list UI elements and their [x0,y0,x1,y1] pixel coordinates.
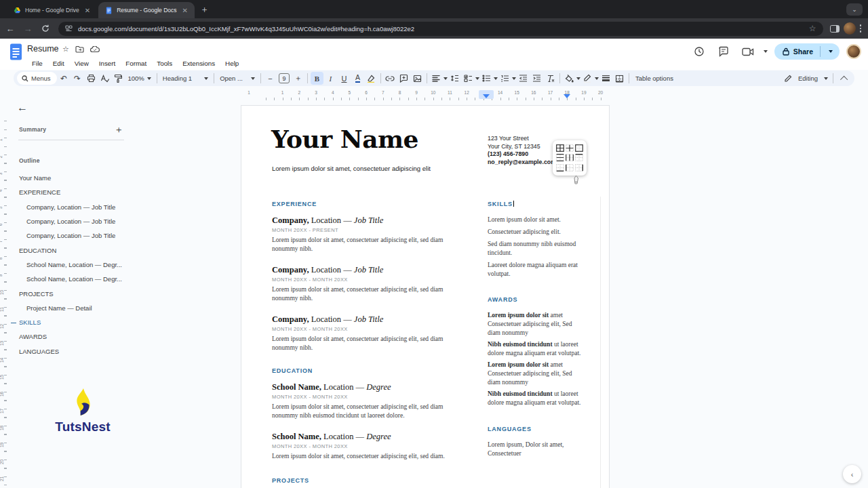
address-field[interactable]: docs.google.com/document/d/1s3U2bLoQb0_I… [58,22,823,36]
font-select[interactable]: Open ... [217,72,258,85]
menu-view[interactable]: View [71,58,93,68]
italic-button[interactable]: I [324,72,337,85]
border-vertical-icon[interactable] [565,153,574,162]
show-side-panel-button[interactable]: ‹ [843,465,861,483]
border-all-icon[interactable] [555,144,565,152]
close-icon[interactable]: ✕ [181,7,189,14]
border-top-icon[interactable] [574,153,584,162]
meet-chevron-icon[interactable] [764,50,768,53]
close-outline-button[interactable]: ← [17,102,28,114]
border-left-icon[interactable] [565,163,574,172]
clear-format-icon[interactable] [544,72,557,85]
vertical-ruler[interactable]: 123456789101112131415161718192021 [0,103,7,488]
collapse-toolbar-icon[interactable] [838,72,851,85]
decrease-font-icon[interactable]: − [264,72,277,85]
menu-file[interactable]: File [28,58,47,68]
outline-item-skills[interactable]: SKILLS [11,315,133,329]
border-right-icon[interactable] [574,163,584,172]
share-button[interactable]: Share [774,43,840,60]
reload-icon[interactable] [38,21,53,36]
kebab-menu-icon[interactable] [860,24,862,33]
menu-help[interactable]: Help [221,58,243,68]
avatar[interactable] [846,44,861,59]
numbered-list-icon[interactable] [498,72,511,85]
outline-item-education[interactable]: EDUCATION [11,243,133,257]
redo-icon[interactable]: ↷ [71,72,84,85]
move-folder-icon[interactable] [75,45,84,53]
highlight-icon[interactable] [365,72,378,85]
border-inner-icon[interactable] [565,144,574,152]
history-icon[interactable] [690,43,708,60]
outline-item-experience[interactable]: EXPERIENCE [11,185,133,199]
chevron-down-icon[interactable] [595,77,599,80]
menu-insert[interactable]: Insert [95,58,120,68]
undo-icon[interactable]: ↶ [58,72,71,85]
print-icon[interactable] [85,72,98,85]
forward-icon[interactable]: → [20,21,35,36]
bold-button[interactable]: B [311,72,323,85]
chevron-down-icon[interactable] [512,77,516,80]
chevron-down-icon[interactable] [494,77,498,80]
avatar[interactable] [844,22,856,35]
back-icon[interactable]: ← [3,21,18,36]
chevron-down-icon[interactable] [475,77,479,80]
document-title[interactable]: Resume [27,44,59,54]
chevron-down-icon[interactable] [824,77,828,80]
indent-marker[interactable] [564,94,570,98]
horizontal-ruler[interactable]: 11234567891011121314151617181920 [241,89,610,102]
line-spacing-icon[interactable] [448,72,461,85]
border-dash-icon[interactable] [613,72,626,85]
bullet-list-icon[interactable] [480,72,493,85]
meet-video-icon[interactable] [739,43,757,60]
tab-list-chevron-icon[interactable]: ⌄ [846,3,863,16]
chevron-down-icon[interactable] [443,77,448,80]
site-info-icon[interactable] [65,25,73,33]
menu-format[interactable]: Format [121,58,151,68]
text-color-button[interactable]: A [355,74,360,83]
border-outer-icon[interactable] [574,144,584,152]
checklist-icon[interactable] [462,72,475,85]
outline-item-awards[interactable]: AWARDS [11,329,133,344]
border-color-icon[interactable] [581,72,594,85]
menu-extensions[interactable]: Extensions [178,58,219,68]
cloud-status-icon[interactable] [90,46,100,53]
table-options-button[interactable]: Table options [632,75,677,82]
chevron-down-icon[interactable] [576,77,580,80]
indent-marker[interactable] [483,94,490,98]
side-panel-icon[interactable] [830,25,840,33]
underline-button[interactable]: U [338,72,351,85]
outline-item-company-location-job-title[interactable]: Company, Location — Job Title [11,214,133,228]
add-summary-icon[interactable]: ＋ [114,124,123,136]
border-bottom-icon[interactable] [555,163,565,172]
outline-item-languages[interactable]: LANGUAGES [11,344,133,359]
mode-select[interactable]: Editing [795,75,821,82]
star-icon[interactable]: ☆ [62,45,69,54]
font-size-field[interactable]: 9 [279,73,290,83]
insert-image-icon[interactable] [411,72,424,85]
bookmark-star-icon[interactable]: ☆ [809,24,816,33]
tab-google-drive[interactable]: Home - Google Drive ✕ [7,2,97,18]
outdent-icon[interactable] [517,72,530,85]
add-comment-icon[interactable] [397,72,410,85]
comments-icon[interactable] [715,43,732,60]
indent-icon[interactable] [530,72,543,85]
menu-edit[interactable]: Edit [49,58,68,68]
close-icon[interactable]: ✕ [83,7,92,14]
share-chevron-icon[interactable] [829,50,833,53]
menus-search[interactable]: Menus [17,72,57,85]
border-horizontal-icon[interactable] [555,153,565,162]
outline-item-company-location-job-title[interactable]: Company, Location — Job Title [11,200,133,214]
zoom-select[interactable]: 100% [125,72,154,85]
fill-color-icon[interactable] [563,72,576,85]
docs-logo[interactable] [9,43,22,60]
tab-google-docs[interactable]: Resume - Google Docs ✕ [98,2,195,18]
paragraph-style-select[interactable]: Heading 1 [160,72,211,85]
menu-tools[interactable]: Tools [153,58,176,68]
outline-item-your-name[interactable]: Your Name [11,171,133,185]
new-tab-icon[interactable]: ＋ [200,3,209,16]
outline-item-school-name-location-degr[interactable]: School Name, Location — Degr... [11,272,133,286]
link-icon[interactable] [384,72,397,85]
outline-item-project-name-detail[interactable]: Project Name — Detail [11,301,133,315]
increase-font-icon[interactable]: ＋ [292,72,304,85]
outline-item-company-location-job-title[interactable]: Company, Location — Job Title [11,228,133,243]
